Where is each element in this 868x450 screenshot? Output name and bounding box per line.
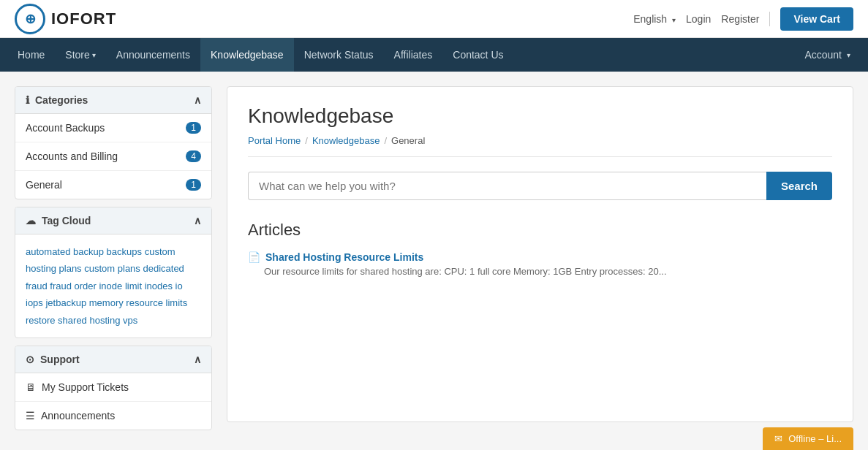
accounts-billing-badge: 4 <box>186 150 201 162</box>
logo-icon: ⊕ <box>15 4 45 34</box>
tag-jetbackup[interactable]: jetbackup <box>45 297 86 308</box>
account-backups-badge: 1 <box>186 122 201 134</box>
tag-backups[interactable]: backups <box>107 246 142 257</box>
nav-knowledgebase[interactable]: Knowledgebase <box>200 38 294 72</box>
support-item-announcements[interactable]: ☰ Announcements <box>15 402 211 430</box>
main-nav: Home Store ▾ Announcements Knowledgebase… <box>0 38 868 72</box>
support-panel: ⊙ Support ∧ 🖥 My Support Tickets ☰ Annou… <box>15 346 212 430</box>
breadcrumb-portal-home[interactable]: Portal Home <box>248 135 301 146</box>
nav-account[interactable]: Account ▾ <box>794 38 861 72</box>
tag-cloud-header: ☁ Tag Cloud ∧ <box>15 207 211 234</box>
store-dropdown-arrow: ▾ <box>92 51 96 59</box>
breadcrumb-general: General <box>391 135 425 146</box>
tag-custom[interactable]: custom <box>145 246 176 257</box>
breadcrumb-sep-1: / <box>305 135 308 146</box>
breadcrumb-sep-2: / <box>384 135 387 146</box>
support-item-tickets[interactable]: 🖥 My Support Tickets <box>15 373 211 402</box>
tag-custom-plans[interactable]: custom plans <box>84 263 140 274</box>
language-dropdown-arrow: ▾ <box>672 16 676 24</box>
articles-title: Articles <box>248 221 832 240</box>
tag-vps[interactable]: vps <box>123 315 137 326</box>
tag-memory[interactable]: memory <box>89 297 124 308</box>
categories-header: ℹ Categories ∧ <box>15 87 211 114</box>
logo[interactable]: ⊕ IOFORT <box>15 4 116 34</box>
tag-shared-hosting[interactable]: shared hosting <box>58 315 120 326</box>
main-container: ℹ Categories ∧ Account Backups 1 Account… <box>0 72 868 445</box>
login-link[interactable]: Login <box>686 13 711 25</box>
account-dropdown-arrow: ▾ <box>847 51 850 59</box>
tag-fraud[interactable]: fraud <box>26 281 48 291</box>
main-content: Knowledgebase Portal Home / Knowledgebas… <box>227 86 853 422</box>
nav-contact-us[interactable]: Contact Us <box>442 38 513 72</box>
register-link[interactable]: Register <box>721 13 759 25</box>
article-link-shared-hosting[interactable]: 📄 Shared Hosting Resource Limits <box>248 251 832 263</box>
announcements-icon: ☰ <box>26 410 35 422</box>
tag-cloud-collapse-icon[interactable]: ∧ <box>194 215 201 226</box>
support-icon: ⊙ <box>26 354 34 365</box>
logo-text: IOFORT <box>51 9 116 28</box>
sidebar: ℹ Categories ∧ Account Backups 1 Account… <box>15 86 212 430</box>
tag-backup[interactable]: backup <box>73 246 104 257</box>
search-button[interactable]: Search <box>766 172 832 200</box>
tickets-icon: 🖥 <box>26 381 36 393</box>
tag-inode-limit[interactable]: inode limit <box>99 281 142 291</box>
tag-iops[interactable]: iops <box>26 297 43 308</box>
categories-panel: ℹ Categories ∧ Account Backups 1 Account… <box>15 86 212 199</box>
tag-resource-limits[interactable]: resource limits <box>126 297 187 308</box>
support-collapse-icon[interactable]: ∧ <box>194 354 201 365</box>
sidebar-item-account-backups[interactable]: Account Backups 1 <box>15 114 211 142</box>
categories-collapse-icon[interactable]: ∧ <box>194 94 201 106</box>
nav-affiliates[interactable]: Affiliates <box>384 38 443 72</box>
nav-store[interactable]: Store ▾ <box>55 38 105 72</box>
breadcrumb-knowledgebase[interactable]: Knowledgebase <box>312 135 380 146</box>
tag-dedicated[interactable]: dedicated <box>143 263 184 274</box>
offline-widget[interactable]: ✉ Offline – Li... <box>763 427 853 445</box>
offline-label: Offline – Li... <box>788 433 842 444</box>
account-label: Account <box>804 49 842 61</box>
search-container: Search <box>248 172 832 200</box>
nav-network-status[interactable]: Network Status <box>294 38 384 72</box>
nav-home[interactable]: Home <box>7 38 55 72</box>
sidebar-item-general[interactable]: General 1 <box>15 171 211 199</box>
tag-automated[interactable]: automated <box>26 246 70 257</box>
general-badge: 1 <box>186 179 201 191</box>
tag-hosting-plans[interactable]: hosting plans <box>26 263 82 274</box>
page-title: Knowledgebase <box>248 104 832 128</box>
cloud-icon: ☁ <box>26 215 36 226</box>
breadcrumb: Portal Home / Knowledgebase / General <box>248 135 832 157</box>
tag-fraud-order[interactable]: fraud order <box>50 281 97 291</box>
article-doc-icon: 📄 <box>248 251 260 263</box>
tag-cloud-panel: ☁ Tag Cloud ∧ automated backup backups c… <box>15 207 212 338</box>
view-cart-button[interactable]: View Cart <box>780 7 853 31</box>
article-excerpt: Our resource limits for shared hosting a… <box>264 266 832 277</box>
article-item: 📄 Shared Hosting Resource Limits Our res… <box>248 251 832 277</box>
info-icon: ℹ <box>26 94 29 106</box>
offline-icon: ✉ <box>774 433 782 444</box>
search-input[interactable] <box>248 172 766 200</box>
language-selector[interactable]: English ▾ <box>633 13 676 25</box>
divider <box>769 12 770 26</box>
tag-inodes[interactable]: inodes <box>145 281 173 291</box>
tag-io[interactable]: io <box>176 281 183 291</box>
sidebar-item-accounts-billing[interactable]: Accounts and Billing 4 <box>15 142 211 171</box>
tag-restore[interactable]: restore <box>26 315 55 326</box>
tag-cloud-content: automated backup backups custom hosting … <box>15 234 211 338</box>
support-header: ⊙ Support ∧ <box>15 346 211 373</box>
nav-announcements[interactable]: Announcements <box>106 38 200 72</box>
